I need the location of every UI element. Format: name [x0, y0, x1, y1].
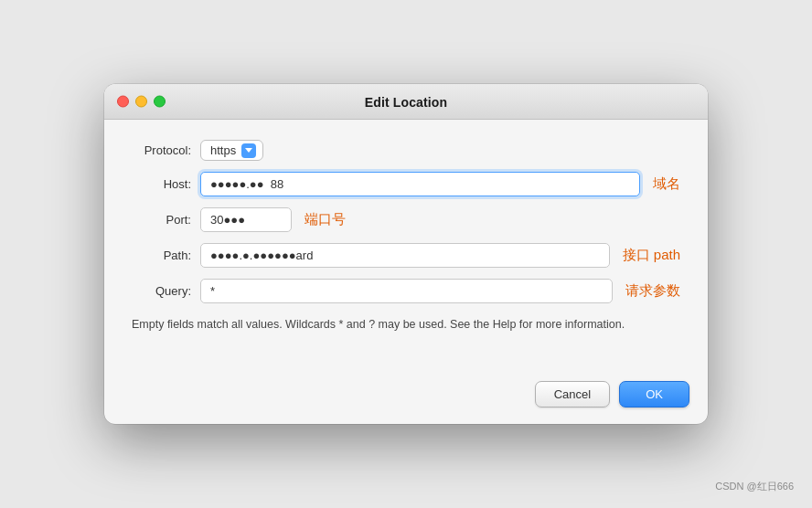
query-label: Query:: [132, 284, 191, 298]
dialog-footer: Cancel OK: [104, 372, 708, 424]
title-bar: Edit Location: [104, 84, 708, 120]
cancel-button[interactable]: Cancel: [535, 381, 610, 407]
host-input[interactable]: [200, 172, 640, 196]
host-label: Host:: [132, 177, 191, 191]
query-input[interactable]: [200, 279, 613, 303]
minimize-button[interactable]: [135, 96, 147, 108]
protocol-label: Protocol:: [132, 143, 191, 157]
close-button[interactable]: [117, 96, 129, 108]
path-input[interactable]: [200, 243, 610, 268]
query-row: Query: 请求参数: [132, 279, 680, 303]
port-label: Port:: [132, 213, 191, 227]
port-annotation: 端口号: [304, 211, 346, 228]
protocol-select[interactable]: https http ftp: [200, 140, 263, 161]
maximize-button[interactable]: [154, 96, 166, 108]
dialog-body: Protocol: https http ftp Host: 域名 Port: …: [104, 120, 708, 372]
path-label: Path:: [132, 249, 191, 262]
watermark: CSDN @红日666: [715, 480, 794, 493]
dialog-title: Edit Location: [365, 95, 447, 110]
path-row: Path: 接口 path: [132, 243, 680, 268]
host-annotation: 域名: [653, 175, 680, 193]
query-annotation: 请求参数: [625, 282, 680, 300]
port-row: Port: 端口号: [132, 207, 680, 232]
protocol-select-wrapper: https http ftp: [200, 140, 263, 161]
ok-button[interactable]: OK: [619, 381, 689, 407]
path-annotation: 接口 path: [623, 247, 680, 264]
edit-location-dialog: Edit Location Protocol: https http ftp H…: [104, 84, 708, 424]
host-row: Host: 域名: [132, 172, 680, 196]
protocol-row: Protocol: https http ftp: [132, 140, 680, 161]
port-input[interactable]: [200, 207, 292, 232]
help-text: Empty fields match all values. Wildcards…: [132, 316, 680, 333]
traffic-lights: [117, 96, 166, 108]
